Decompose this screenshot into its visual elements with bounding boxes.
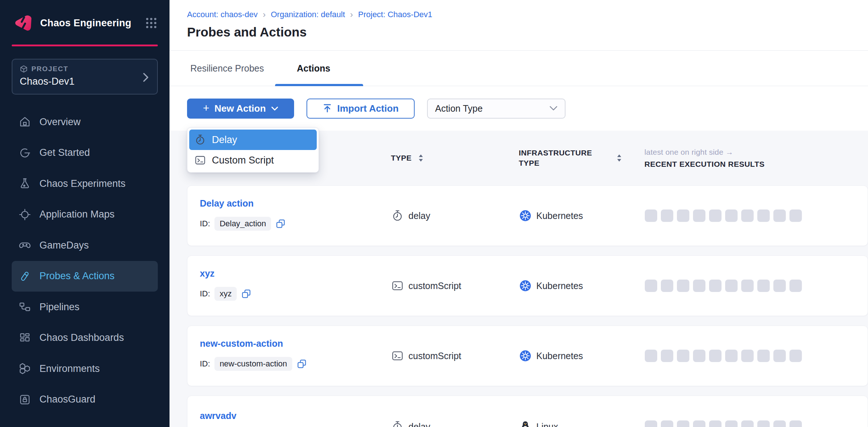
action-type-filter[interactable]: Action Type [427, 99, 566, 119]
execution-result-tile [789, 280, 802, 292]
execution-result-tile [773, 280, 786, 292]
execution-result-tile [789, 420, 802, 427]
column-header-type: TYPE [391, 154, 519, 162]
tab-resilience-probes[interactable]: Resilience Probes [190, 63, 264, 74]
sidebar-item-environments[interactable]: Environments [12, 353, 158, 384]
app-window: Chaos Engineering PROJECT Chaos-Dev1 [0, 0, 868, 427]
breadcrumb-separator: › [350, 9, 353, 20]
new-action-button[interactable]: + New Action [187, 99, 294, 119]
actions-table: TYPE INFRASTRUCTURE TYPE latest one on r… [170, 131, 868, 427]
execution-result-tile [661, 420, 673, 427]
chevron-down-icon [271, 106, 278, 111]
stopwatch-icon [391, 420, 404, 427]
tab-actions[interactable]: Actions [297, 63, 331, 74]
sidebar-item-pipelines[interactable]: Pipelines [12, 292, 158, 323]
execution-result-tile [693, 350, 705, 362]
recent-execution-results [645, 209, 868, 222]
home-icon [18, 115, 31, 128]
copy-icon[interactable] [275, 219, 286, 229]
execution-result-tile [677, 420, 689, 427]
row-name-cell: new-custom-action ID: new-custom-action [200, 326, 391, 386]
kubernetes-icon [519, 209, 532, 222]
sidebar-item-overview[interactable]: Overview [12, 107, 158, 138]
cube-icon [20, 65, 28, 73]
sidebar-item-application-maps[interactable]: Application Maps [12, 199, 158, 230]
column-header-infrastructure-type: INFRASTRUCTURE TYPE [519, 148, 644, 168]
lock-icon [18, 393, 31, 406]
execution-result-tile [741, 350, 754, 362]
action-name-link[interactable]: xyz [200, 268, 391, 279]
page-header: Account: chaos-dev › Organization: defau… [170, 0, 868, 51]
pipeline-icon [18, 300, 31, 313]
flask-icon [18, 177, 31, 190]
sidebar-nav: Overview Get Started Chaos Experiments A… [0, 107, 170, 415]
execution-result-tile [709, 350, 722, 362]
action-id-value: xyz [214, 287, 237, 301]
sidebar-item-chaosguard[interactable]: ChaosGuard [12, 384, 158, 415]
actions-toolbar: + New Action Import Action Action Type [170, 86, 868, 131]
sidebar-item-gamedays[interactable]: GameDays [12, 230, 158, 261]
sort-icon[interactable] [616, 154, 623, 162]
main-content: Account: chaos-dev › Organization: defau… [170, 0, 868, 427]
kubernetes-icon [519, 350, 532, 362]
breadcrumb-separator: › [263, 9, 266, 20]
type-cell: delay [391, 420, 519, 427]
breadcrumb-organization[interactable]: Organization: default [271, 10, 345, 19]
action-id-row: ID: new-custom-action [200, 357, 391, 371]
action-id-row: ID: xyz [200, 287, 391, 301]
chevron-down-icon [549, 106, 557, 111]
get-started-icon [18, 146, 31, 159]
row-name-cell: awrvadv [200, 396, 391, 427]
app-title: Chaos Engineering [40, 18, 131, 29]
copy-icon[interactable] [297, 359, 307, 369]
project-label: PROJECT [20, 65, 150, 73]
gamepad-icon [18, 239, 31, 252]
execution-result-tile [709, 420, 722, 427]
terminal-icon [194, 154, 206, 166]
sidebar-item-get-started[interactable]: Get Started [12, 138, 158, 169]
sidebar-item-chaos-dashboards[interactable]: Chaos Dashboards [12, 323, 158, 354]
copy-icon[interactable] [241, 289, 251, 299]
action-id-value: new-custom-action [214, 357, 292, 371]
action-name-link[interactable]: new-custom-action [200, 338, 391, 349]
terminal-icon [391, 280, 404, 292]
table-row[interactable]: xyz ID: xyz customScript Kubernetes [187, 255, 868, 316]
sidebar-item-probes-actions[interactable]: Probes & Actions [12, 261, 158, 292]
import-upload-icon [323, 104, 332, 113]
harness-chaos-logo-icon[interactable] [12, 12, 34, 34]
execution-result-tile [757, 209, 770, 222]
breadcrumb-account[interactable]: Account: chaos-dev [187, 10, 258, 19]
stopwatch-icon [391, 209, 404, 222]
execution-result-tile [645, 209, 657, 222]
new-action-dropdown-menu: Delay Custom Script [187, 127, 319, 173]
import-action-button[interactable]: Import Action [307, 99, 415, 119]
kubernetes-icon [519, 280, 532, 292]
test-tube-icon [18, 270, 31, 283]
project-selector[interactable]: PROJECT Chaos-Dev1 [12, 59, 158, 95]
target-icon [18, 208, 31, 221]
execution-result-tile [661, 209, 673, 222]
module-switcher-grid-icon[interactable] [145, 16, 158, 30]
table-row[interactable]: awrvadv delay Linux [187, 396, 868, 427]
table-row[interactable]: Delay action ID: Delay_action delay Kube… [187, 185, 868, 246]
execution-result-tile [677, 350, 689, 362]
execution-result-tile [773, 209, 786, 222]
action-name-link[interactable]: Delay action [200, 198, 391, 209]
type-cell: customScript [391, 350, 519, 362]
table-row[interactable]: new-custom-action ID: new-custom-action … [187, 326, 868, 386]
execution-result-tile [757, 350, 770, 362]
active-tab-indicator [275, 84, 363, 86]
sort-icon[interactable] [418, 154, 424, 162]
execution-result-tile [741, 420, 754, 427]
sidebar-item-chaos-experiments[interactable]: Chaos Experiments [12, 168, 158, 199]
menu-item-custom-script[interactable]: Custom Script [189, 150, 317, 170]
menu-item-delay[interactable]: Delay [189, 130, 317, 150]
breadcrumb-project[interactable]: Project: Chaos-Dev1 [358, 10, 432, 19]
terminal-icon [391, 350, 404, 362]
action-id-value: Delay_action [214, 217, 271, 231]
execution-result-tile [677, 209, 689, 222]
hexagons-icon [18, 362, 31, 375]
execution-result-tile [709, 209, 722, 222]
action-name-link[interactable]: awrvadv [200, 411, 391, 421]
results-note: latest one on right side → [644, 148, 733, 157]
